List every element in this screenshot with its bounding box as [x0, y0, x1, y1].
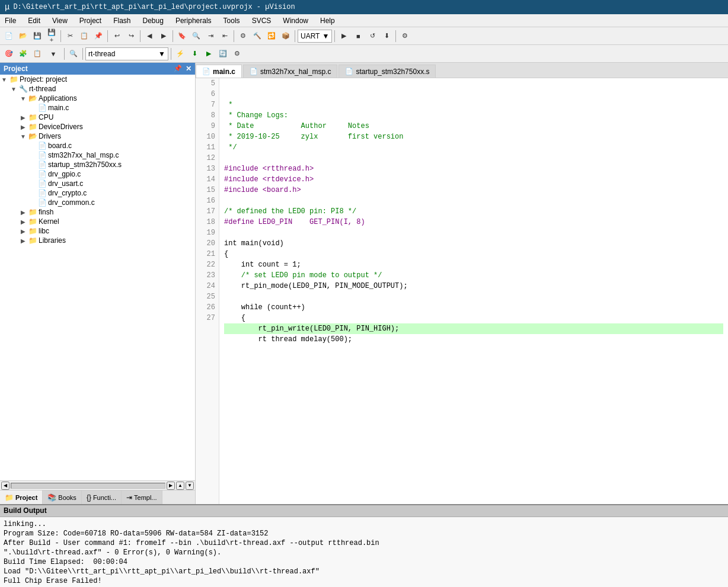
flash4-btn[interactable]: 🔄 — [216, 47, 229, 60]
tree-expander[interactable] — [28, 161, 37, 169]
menu-item-edit[interactable]: Edit — [25, 16, 43, 25]
paste-btn[interactable]: 📌 — [92, 30, 105, 43]
tree-item-drv-gpio-c[interactable]: 📄drv_gpio.c — [0, 169, 195, 179]
pin-icon[interactable]: 📌 — [174, 65, 182, 73]
tree-item-drv-crypto-c[interactable]: 📄drv_crypto.c — [0, 188, 195, 198]
save-all-btn[interactable]: 💾+ — [45, 30, 58, 43]
tree-expander[interactable] — [28, 151, 37, 159]
tree-expander[interactable]: ▶ — [19, 227, 27, 235]
cut-btn[interactable]: ✂ — [63, 30, 76, 43]
tree-item-drivers[interactable]: ▼📂Drivers — [0, 131, 195, 141]
nav-back-btn[interactable]: ◀ — [143, 30, 156, 43]
tree-expander[interactable] — [28, 142, 37, 150]
editor-tab-startup-tab[interactable]: 📄startup_stm32h750xx.s — [339, 65, 436, 78]
start-debug-btn[interactable]: ▶ — [337, 30, 350, 43]
tree-item-libraries[interactable]: ▶📁Libraries — [0, 236, 195, 245]
tree-item-stm32h7xx-hal-msp-c[interactable]: 📄stm32h7xx_hal_msp.c — [0, 150, 195, 160]
scroll-right-btn[interactable]: ▶ — [167, 482, 175, 490]
redo-btn[interactable]: ↪ — [124, 30, 138, 43]
sidebar-tab-books-tab[interactable]: 📚Books — [43, 490, 82, 504]
menu-item-window[interactable]: Window — [280, 16, 311, 25]
tree-item-main-c[interactable]: 📄main.c — [0, 103, 195, 113]
close-sidebar-btn[interactable]: ✕ — [186, 65, 191, 73]
editor-tab-main-c-tab[interactable]: 📄main.c — [196, 65, 242, 78]
unindent-btn[interactable]: ⇤ — [218, 30, 231, 43]
tree-item-drv-usart-c[interactable]: 📄drv_usart.c — [0, 179, 195, 188]
tree-item-kernel[interactable]: ▶📁Kernel — [0, 217, 195, 226]
components-btn[interactable]: 🧩 — [17, 47, 30, 60]
tree-item-cpu[interactable]: ▶📁CPU — [0, 113, 195, 122]
pkg-btn[interactable]: ▼ — [45, 47, 62, 60]
menu-item-peripherals[interactable]: Peripherals — [173, 16, 214, 25]
target-options-btn[interactable]: 🎯 — [2, 47, 15, 60]
flash5-btn[interactable]: ⚙ — [231, 47, 244, 60]
menu-item-help[interactable]: Help — [318, 16, 337, 25]
tree-item-startup-stm32h750xx-s[interactable]: 📄startup_stm32h750xx.s — [0, 160, 195, 169]
tree-item-finsh[interactable]: ▶📁finsh — [0, 207, 195, 217]
rebuild-btn[interactable]: 🔁 — [265, 30, 278, 43]
flash3-btn[interactable]: ▶ — [202, 47, 215, 60]
tree-item-project-root[interactable]: ▼📁Project: project — [0, 75, 195, 84]
tree-expander[interactable]: ▶ — [19, 236, 27, 245]
bookmark-btn[interactable]: 🔖 — [175, 30, 189, 43]
tree-item-libc[interactable]: ▶📁libc — [0, 226, 195, 236]
tree-expander[interactable] — [28, 104, 37, 112]
build-output-content[interactable]: linking...Program Size: Code=60718 RO-da… — [0, 517, 728, 587]
build-btn[interactable]: 🔨 — [251, 30, 264, 43]
download-btn[interactable]: ⬇ — [380, 30, 393, 43]
undo-btn[interactable]: ↩ — [110, 30, 123, 43]
manage-btn[interactable]: 📋 — [31, 47, 44, 60]
compile-btn[interactable]: ⚙ — [237, 30, 250, 43]
batch-btn[interactable]: 📦 — [279, 30, 292, 43]
tree-expander[interactable] — [28, 179, 37, 188]
find-btn[interactable]: 🔍 — [190, 30, 203, 43]
save-btn[interactable]: 💾 — [31, 30, 44, 43]
sidebar-tab-project-tab[interactable]: 📁Project — [0, 490, 43, 504]
tree-expander[interactable]: ▶ — [19, 113, 27, 121]
target-dropdown[interactable]: rt-thread ▼ — [85, 47, 168, 60]
menu-item-svcs[interactable]: SVCS — [250, 16, 274, 25]
flash1-btn[interactable]: ⚡ — [174, 47, 187, 60]
h-scrollbar-track[interactable] — [11, 483, 165, 489]
code-view[interactable]: 5678910111213141516171819202122232425262… — [196, 78, 728, 504]
reset-btn[interactable]: ↺ — [366, 30, 379, 43]
inspect-btn[interactable]: 🔍 — [67, 47, 80, 60]
tree-expander[interactable]: ▶ — [19, 217, 27, 226]
new-btn[interactable]: 📄 — [2, 30, 15, 43]
tree-expander[interactable] — [28, 198, 37, 207]
scroll-up-btn[interactable]: ▲ — [176, 482, 184, 490]
copy-btn[interactable]: 📋 — [78, 30, 91, 43]
tree-expander[interactable] — [28, 170, 37, 178]
stop-debug-btn[interactable]: ■ — [352, 30, 365, 43]
menu-item-view[interactable]: View — [50, 16, 70, 25]
menu-item-project[interactable]: Project — [77, 16, 104, 25]
code-content[interactable]: * * Change Logs: * Date Author Notes * 2… — [219, 78, 728, 504]
tree-item-applications[interactable]: ▼📂Applications — [0, 94, 195, 103]
tree-expander[interactable]: ▶ — [19, 123, 27, 131]
tree-expander[interactable]: ▶ — [19, 208, 27, 216]
sidebar-tab-functi-tab[interactable]: {}Functi... — [82, 490, 122, 504]
tree-expander[interactable]: ▼ — [19, 132, 27, 140]
menu-item-file[interactable]: File — [2, 16, 18, 25]
scroll-down-btn[interactable]: ▼ — [186, 482, 194, 490]
editor-tab-stm32h7xx-hal-tab[interactable]: 📄stm32h7xx_hal_msp.c — [243, 65, 337, 78]
tree-item-board-c[interactable]: 📄board.c — [0, 141, 195, 150]
tree-expander[interactable]: ▼ — [0, 75, 8, 84]
tree-expander[interactable]: ▼ — [9, 85, 18, 93]
nav-fwd-btn[interactable]: ▶ — [157, 30, 170, 43]
menu-item-tools[interactable]: Tools — [221, 16, 242, 25]
options-btn[interactable]: ⚙ — [398, 30, 411, 43]
menu-item-flash[interactable]: Flash — [111, 16, 133, 25]
indent-btn[interactable]: ⇥ — [204, 30, 217, 43]
open-btn[interactable]: 📂 — [17, 30, 30, 43]
uart-dropdown[interactable]: UART ▼ — [298, 30, 332, 43]
menu-item-debug[interactable]: Debug — [141, 16, 166, 25]
tree-expander[interactable]: ▼ — [19, 94, 27, 102]
sidebar-tab-templ-tab[interactable]: ⇥Templ... — [122, 490, 162, 504]
tree-item-devicedrivers[interactable]: ▶📁DeviceDrivers — [0, 122, 195, 131]
flash2-btn[interactable]: ⬇ — [188, 47, 201, 60]
tree-item-rt-thread[interactable]: ▼🔧rt-thread — [0, 84, 195, 94]
tree-expander[interactable] — [28, 189, 37, 197]
tree-item-drv-common-c[interactable]: 📄drv_common.c — [0, 198, 195, 207]
scroll-left-btn[interactable]: ◀ — [1, 482, 9, 490]
